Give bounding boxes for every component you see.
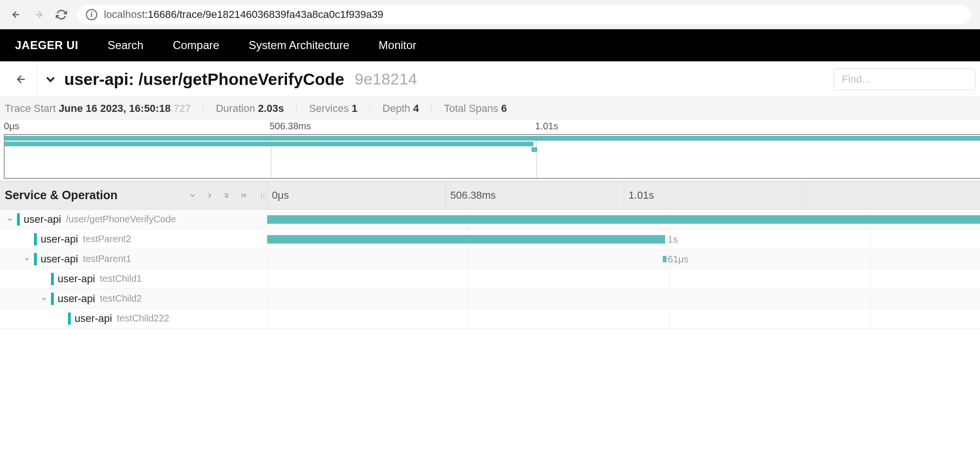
meta-duration-value: 2.03s [258, 102, 284, 114]
span-toggle-icon[interactable] [22, 256, 32, 262]
span-toggle-icon[interactable] [39, 295, 49, 302]
trace-id: 9e18214 [355, 70, 417, 88]
span-row[interactable]: user-apitestChild222 [0, 309, 980, 329]
meta-services-label: Services [309, 102, 349, 114]
trace-collapse-toggle[interactable] [43, 72, 58, 86]
timeline-gridline [669, 289, 670, 308]
site-info-icon[interactable]: i [86, 9, 97, 20]
span-timeline-cell[interactable] [267, 269, 980, 288]
time-header-cell: 1.01s [624, 181, 803, 209]
span-duration-bar [663, 256, 667, 262]
span-duration-bar [267, 235, 665, 244]
meta-separator [296, 103, 297, 114]
browser-chrome: i localhost:16686/trace/9e182146036839fa… [0, 0, 980, 29]
meta-separator [370, 103, 370, 114]
minimap-tick: 0μs [4, 121, 19, 132]
meta-start-ms: .727 [170, 102, 191, 114]
span-name-cell[interactable]: user-apitestChild2 [0, 289, 267, 308]
span-operation-name: /user/getPhoneVerifyCode [66, 214, 176, 225]
nav-compare[interactable]: Compare [173, 39, 220, 52]
trace-header: user-api: /user/getPhoneVerifyCode 9e182… [0, 61, 980, 97]
span-service-name: user-api [41, 253, 78, 265]
browser-forward-button[interactable] [32, 8, 45, 21]
service-color-bar [51, 293, 54, 305]
timeline-gridline [870, 289, 870, 308]
minimap-tick: 506.38ms [270, 121, 311, 132]
timeline-gridline [669, 309, 670, 328]
span-timeline-cell[interactable]: 1s [267, 229, 980, 249]
span-service-name: user-api [41, 233, 78, 245]
span-row[interactable]: user-apitestParent21s [0, 229, 980, 249]
browser-reload-button[interactable] [55, 8, 68, 21]
meta-separator [431, 103, 431, 114]
span-timeline-cell[interactable] [267, 309, 980, 328]
span-operation-name: testChild1 [100, 273, 142, 284]
minimap-span-bar [532, 147, 537, 152]
time-header-cell: 0μs [267, 181, 446, 209]
span-row[interactable]: user-apitestParent161μs [0, 249, 980, 269]
span-name-cell[interactable]: user-apitestChild222 [0, 309, 267, 328]
span-row[interactable]: user-api/user/getPhoneVerifyCode [0, 210, 980, 229]
trace-meta-bar: Trace Start June 16 2023, 16:50:18.727 D… [0, 97, 980, 120]
nav-search[interactable]: Search [108, 39, 144, 52]
meta-start-label: Trace Start [5, 102, 56, 114]
timeline-gridline [669, 269, 670, 288]
span-timeline-cell[interactable] [267, 210, 980, 229]
meta-duration-label: Duration [216, 102, 255, 114]
span-name-cell[interactable]: user-apitestParent2 [0, 229, 267, 249]
span-rows: user-api/user/getPhoneVerifyCodeuser-api… [0, 210, 980, 329]
service-color-bar [17, 213, 20, 226]
url-path: :16686/trace/9e182146036839fa43a8ca0c1f9… [145, 8, 383, 20]
span-timeline-cell[interactable]: 61μs [267, 249, 980, 269]
meta-depth-label: Depth [382, 102, 410, 114]
time-header-cell: 506.38ms [446, 181, 624, 209]
brand-logo[interactable]: JAEGER UI [15, 39, 78, 52]
back-button[interactable] [5, 61, 38, 97]
timeline-gridline [468, 309, 469, 328]
timeline-gridline [870, 229, 870, 249]
service-color-bar [51, 273, 54, 285]
browser-back-button[interactable] [9, 8, 23, 21]
minimap-span-bar [5, 136, 980, 141]
span-operation-name: testParent2 [83, 234, 131, 244]
trace-minimap[interactable]: 0μs506.38ms1.01s [0, 120, 980, 181]
span-name-cell[interactable]: user-apitestParent1 [0, 249, 267, 269]
span-toggle-icon[interactable] [5, 216, 15, 223]
span-operation-name: testParent1 [83, 253, 131, 264]
find-input[interactable] [834, 68, 975, 90]
nav-monitor[interactable]: Monitor [379, 39, 416, 52]
span-duration-bar [267, 215, 980, 224]
time-header-cell [802, 181, 980, 209]
span-name-cell[interactable]: user-api/user/getPhoneVerifyCode [0, 210, 267, 229]
timeline-gridline [468, 269, 469, 288]
span-name-cell[interactable]: user-apitestChild1 [0, 269, 267, 288]
trace-title: user-api: /user/getPhoneVerifyCode [64, 70, 344, 89]
span-service-name: user-api [58, 273, 95, 285]
span-table-header: Service & Operation || 0μs506.38ms1.01s [0, 181, 980, 210]
column-resize-handle[interactable]: || [261, 192, 266, 199]
span-row[interactable]: user-apitestChild1 [0, 269, 980, 289]
expand-one-icon[interactable] [205, 191, 214, 200]
timeline-gridline [468, 249, 469, 269]
span-service-name: user-api [24, 213, 61, 226]
minimap-gridline [536, 135, 537, 178]
nav-system-architecture[interactable]: System Architecture [249, 39, 349, 52]
span-service-name: user-api [58, 293, 95, 305]
meta-spans-value: 6 [501, 102, 507, 114]
expand-children-icon[interactable] [239, 191, 248, 200]
span-operation-name: testChild2 [100, 293, 142, 304]
meta-start-value: June 16 2023, 16:50:18 [59, 102, 170, 114]
browser-url-bar[interactable]: i localhost:16686/trace/9e182146036839fa… [77, 5, 971, 24]
meta-services-value: 1 [352, 102, 357, 114]
span-operation-name: testChild222 [117, 313, 169, 324]
meta-separator [203, 103, 203, 114]
timeline-gridline [870, 269, 870, 288]
span-timeline-cell[interactable] [267, 289, 980, 308]
url-host: localhost [104, 8, 145, 20]
collapse-all-icon[interactable] [188, 191, 197, 200]
span-header-title: Service & Operation [5, 188, 118, 202]
collapse-children-icon[interactable] [222, 191, 231, 200]
minimap-tick: 1.01s [535, 121, 558, 132]
span-row[interactable]: user-apitestChild2 [0, 289, 980, 309]
span-duration-label: 61μs [668, 254, 689, 265]
